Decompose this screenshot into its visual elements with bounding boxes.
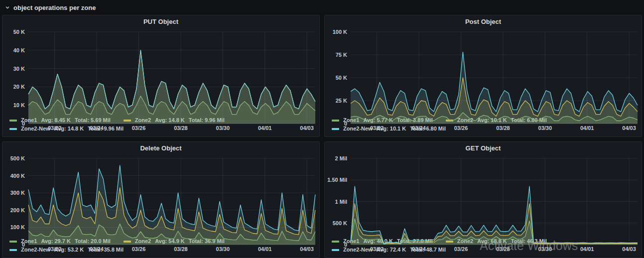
- svg-text:20 K: 20 K: [13, 84, 25, 90]
- svg-text:100 K: 100 K: [333, 29, 347, 35]
- chevron-down-icon[interactable]: [5, 5, 10, 10]
- panel-delete-object: Delete Object 0100 K200 K300 K400 K500 K…: [2, 141, 320, 258]
- svg-text:03/24: 03/24: [90, 125, 104, 131]
- svg-text:04/01: 04/01: [258, 125, 272, 131]
- svg-text:03/24: 03/24: [412, 125, 426, 131]
- svg-text:03/30: 03/30: [538, 125, 552, 131]
- panel-post-object: Post Object 025 K50 K75 K100 K03/2203/24…: [324, 15, 642, 137]
- svg-text:04/01: 04/01: [580, 246, 594, 252]
- svg-text:1.50 Mil: 1.50 Mil: [327, 177, 347, 183]
- svg-text:03/28: 03/28: [174, 125, 188, 131]
- svg-text:03/30: 03/30: [538, 246, 552, 252]
- svg-text:04/03: 04/03: [622, 246, 636, 252]
- panel-title[interactable]: GET Object: [466, 144, 501, 152]
- panel-title[interactable]: PUT Object: [143, 18, 178, 25]
- svg-text:40 K: 40 K: [13, 47, 25, 53]
- svg-text:03/30: 03/30: [216, 246, 230, 252]
- svg-text:03/26: 03/26: [454, 246, 468, 252]
- panel-title[interactable]: Delete Object: [140, 144, 181, 152]
- svg-text:03/22: 03/22: [48, 125, 62, 131]
- panel-header[interactable]: Post Object: [325, 15, 642, 28]
- svg-text:75 K: 75 K: [336, 52, 347, 58]
- panel-put-object: PUT Object 010 K20 K30 K40 K50 K03/2203/…: [2, 15, 320, 137]
- panel-title[interactable]: Post Object: [465, 18, 501, 25]
- svg-text:0: 0: [22, 121, 25, 127]
- row-header-object-operations[interactable]: object operations per zone: [0, 0, 644, 15]
- svg-text:500 K: 500 K: [333, 220, 347, 226]
- svg-text:03/28: 03/28: [496, 125, 510, 131]
- dashboard-grid: PUT Object 010 K20 K30 K40 K50 K03/2203/…: [0, 15, 644, 258]
- chart-delete-object[interactable]: 0100 K200 K300 K400 K500 K03/2203/2403/2…: [2, 154, 319, 237]
- svg-text:2 Mil: 2 Mil: [335, 155, 347, 161]
- svg-text:03/22: 03/22: [370, 246, 384, 252]
- svg-text:03/22: 03/22: [370, 125, 384, 131]
- panel-get-object: GET Object 0500 K1 Mil1.50 Mil2 Mil03/22…: [324, 141, 642, 258]
- svg-text:500 K: 500 K: [10, 155, 25, 161]
- svg-text:10 K: 10 K: [13, 102, 25, 108]
- chart-svg: 0500 K1 Mil1.50 Mil2 Mil03/2203/2403/260…: [325, 154, 642, 254]
- svg-text:03/26: 03/26: [454, 125, 468, 131]
- panel-header[interactable]: PUT Object: [2, 15, 319, 28]
- svg-text:04/03: 04/03: [300, 246, 314, 252]
- svg-text:100 K: 100 K: [10, 224, 25, 230]
- chart-post-object[interactable]: 025 K50 K75 K100 K03/2203/2403/2603/2803…: [325, 28, 642, 116]
- svg-text:0: 0: [344, 242, 347, 248]
- svg-text:30 K: 30 K: [13, 66, 25, 72]
- svg-text:50 K: 50 K: [336, 75, 347, 81]
- svg-text:04/03: 04/03: [622, 125, 636, 131]
- svg-text:03/28: 03/28: [496, 246, 510, 252]
- row-title[interactable]: object operations per zone: [13, 4, 96, 11]
- svg-text:300 K: 300 K: [10, 190, 25, 196]
- chart-get-object[interactable]: 0500 K1 Mil1.50 Mil2 Mil03/2203/2403/260…: [325, 154, 642, 237]
- panel-header[interactable]: GET Object: [325, 142, 642, 154]
- svg-text:0: 0: [22, 242, 25, 248]
- svg-text:03/26: 03/26: [132, 246, 146, 252]
- svg-text:50 K: 50 K: [13, 29, 25, 35]
- svg-text:1 Mil: 1 Mil: [335, 199, 347, 205]
- svg-text:03/22: 03/22: [48, 246, 62, 252]
- panel-header[interactable]: Delete Object: [2, 142, 319, 154]
- chart-put-object[interactable]: 010 K20 K30 K40 K50 K03/2203/2403/2603/2…: [2, 28, 319, 116]
- svg-text:04/01: 04/01: [580, 125, 594, 131]
- svg-text:03/28: 03/28: [174, 246, 188, 252]
- svg-text:03/30: 03/30: [216, 125, 230, 131]
- svg-text:03/24: 03/24: [412, 246, 426, 252]
- chart-svg: 025 K50 K75 K100 K03/2203/2403/2603/2803…: [325, 28, 642, 132]
- svg-text:04/01: 04/01: [258, 246, 272, 252]
- svg-text:04/03: 04/03: [300, 125, 314, 131]
- chart-svg: 0100 K200 K300 K400 K500 K03/2203/2403/2…: [2, 154, 319, 254]
- svg-text:200 K: 200 K: [10, 207, 25, 213]
- svg-text:03/26: 03/26: [132, 125, 146, 131]
- svg-text:25 K: 25 K: [336, 98, 347, 104]
- chart-svg: 010 K20 K30 K40 K50 K03/2203/2403/2603/2…: [2, 28, 319, 132]
- svg-text:0: 0: [344, 121, 347, 127]
- svg-text:03/24: 03/24: [90, 246, 104, 252]
- svg-text:400 K: 400 K: [10, 173, 25, 179]
